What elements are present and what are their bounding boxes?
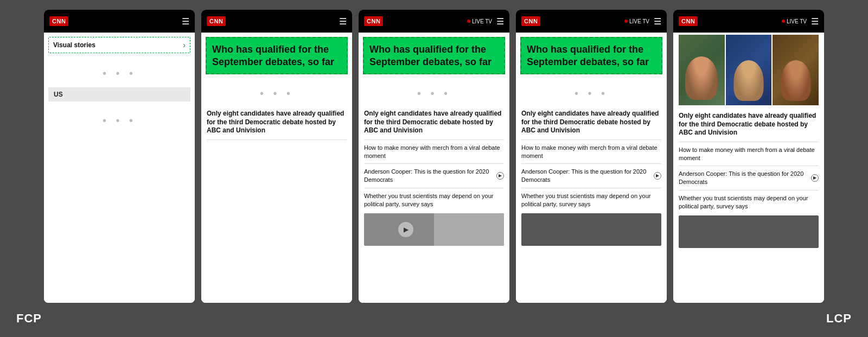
cnn-header-4: CNN LIVE TV ☰ [516, 10, 667, 33]
article-image-4 [521, 213, 661, 246]
play-icon-4[interactable]: ▶ [654, 172, 661, 180]
live-tv-label-4: LIVE TV [624, 18, 649, 24]
phone-2: CNN ☰ Who has qualified for the Septembe… [201, 10, 352, 303]
headline-text-3: Who has qualified for the September deba… [369, 43, 499, 68]
sub-article-4-3: Whether you trust scientists may depend … [521, 192, 661, 208]
phone-body-5: Only eight candidates have already quali… [673, 33, 824, 303]
headline-text-2: Who has qualified for the September deba… [212, 43, 341, 68]
header-right-5: LIVE TV ☰ [782, 16, 819, 27]
divider-5c [679, 190, 819, 190]
lcp-person-image-3 [773, 35, 819, 105]
sub-article-5-2: Anderson Cooper: This is the question fo… [679, 170, 819, 186]
phone-body-2: Who has qualified for the September deba… [201, 33, 352, 303]
play-overlay-3[interactable]: ▶ [398, 222, 413, 237]
image-overlay-3 [434, 213, 504, 246]
cnn-logo-4: CNN [521, 16, 540, 26]
phone-body-3: Who has qualified for the September deba… [359, 33, 509, 303]
hamburger-icon-2[interactable]: ☰ [339, 16, 347, 27]
article-image-3: ▶ [364, 213, 504, 246]
lcp-image-row [679, 35, 819, 105]
phone-3: CNN LIVE TV ☰ Who has qualified for the … [359, 10, 509, 303]
lcp-person-image-2 [726, 35, 772, 105]
article-title-3: Only eight candidates have already quali… [364, 110, 504, 135]
hamburger-icon-5[interactable]: ☰ [811, 16, 819, 27]
divider-3b [364, 163, 504, 164]
headline-box-4: Who has qualified for the September deba… [520, 37, 662, 74]
divider-5b [679, 166, 819, 166]
header-right-3: LIVE TV ☰ [467, 16, 504, 27]
loading-dots-2: • • • [44, 104, 195, 132]
article-title-2: Only eight candidates have already quali… [207, 110, 347, 135]
header-right-4: LIVE TV ☰ [624, 16, 661, 27]
live-tv-label-3: LIVE TV [467, 18, 492, 24]
sub-article-5-1: How to make money with merch from a vira… [679, 146, 819, 162]
cnn-header-3: CNN LIVE TV ☰ [359, 10, 509, 33]
live-tv-text-3: LIVE TV [472, 18, 492, 24]
live-dot-4 [624, 20, 628, 23]
visual-stories-label: Visual stories [53, 41, 95, 49]
cnn-logo-3: CNN [364, 16, 383, 26]
labels-row: FCP LCP [0, 306, 868, 331]
header-right-1: ☰ [182, 16, 189, 27]
phone-body-1: Visual stories › • • • US • • • [44, 33, 195, 303]
divider-5a [679, 142, 819, 142]
sub-article-5-3: Whether you trust scientists may depend … [679, 194, 819, 211]
sub-article-3-3: Whether you trust scientists may depend … [364, 192, 504, 208]
divider-4b [521, 163, 661, 164]
us-section-label: US [48, 87, 190, 101]
lcp-label: LCP [826, 311, 852, 326]
live-tv-text-5: LIVE TV [787, 18, 807, 24]
cnn-logo-2: CNN [207, 16, 226, 26]
sub-article-3-2: Anderson Cooper: This is the question fo… [364, 168, 504, 184]
phone-4: CNN LIVE TV ☰ Who has qualified for the … [516, 10, 667, 303]
cnn-logo-1: CNN [49, 16, 68, 26]
cnn-logo-5: CNN [679, 16, 698, 26]
cnn-header-5: CNN LIVE TV ☰ [673, 10, 824, 33]
article-title-5: Only eight candidates have already quali… [679, 112, 819, 137]
loading-dots-5: • • • [516, 77, 667, 105]
hamburger-icon-1[interactable]: ☰ [182, 16, 189, 27]
divider-2 [207, 139, 347, 140]
divider-4c [521, 188, 661, 188]
phone-body-4: Who has qualified for the September deba… [516, 33, 667, 303]
hamburger-icon-3[interactable]: ☰ [496, 16, 504, 27]
lcp-person-image-1 [679, 35, 725, 105]
phones-container: CNN ☰ Visual stories › • • • US • • • CN… [0, 0, 868, 303]
live-dot-5 [782, 20, 785, 23]
chevron-right-icon: › [183, 41, 186, 49]
fcp-label: FCP [16, 311, 42, 326]
live-dot-3 [467, 20, 470, 23]
divider-4a [521, 139, 661, 140]
sub-article-3-1: How to make money with merch from a vira… [364, 144, 504, 160]
loading-dots-4: • • • [359, 77, 509, 105]
sub-article-4-1: How to make money with merch from a vira… [521, 144, 661, 160]
sub-article-4-2: Anderson Cooper: This is the question fo… [521, 168, 661, 184]
loading-dots-1: • • • [44, 56, 195, 85]
live-tv-label-5: LIVE TV [782, 18, 807, 24]
headline-box-3: Who has qualified for the September deba… [363, 37, 505, 74]
play-icon-3[interactable]: ▶ [496, 172, 504, 180]
cnn-header-2: CNN ☰ [201, 10, 352, 33]
loading-dots-3: • • • [201, 77, 352, 105]
article-title-4: Only eight candidates have already quali… [521, 110, 661, 135]
phone-lcp: CNN LIVE TV ☰ Only eight candidates have… [673, 10, 824, 303]
cnn-header-1: CNN ☰ [44, 10, 195, 33]
live-tv-text-4: LIVE TV [629, 18, 649, 24]
play-icon-5[interactable]: ▶ [811, 174, 819, 182]
divider-3a [364, 139, 504, 140]
article-image-5 [679, 215, 819, 248]
hamburger-icon-4[interactable]: ☰ [654, 16, 661, 27]
headline-text-4: Who has qualified for the September deba… [527, 43, 656, 68]
visual-stories-bar[interactable]: Visual stories › [48, 37, 190, 53]
divider-3c [364, 188, 504, 188]
header-right-2: ☰ [339, 16, 347, 27]
phone-fcp: CNN ☰ Visual stories › • • • US • • • [44, 10, 195, 303]
headline-box-2: Who has qualified for the September deba… [206, 37, 348, 74]
